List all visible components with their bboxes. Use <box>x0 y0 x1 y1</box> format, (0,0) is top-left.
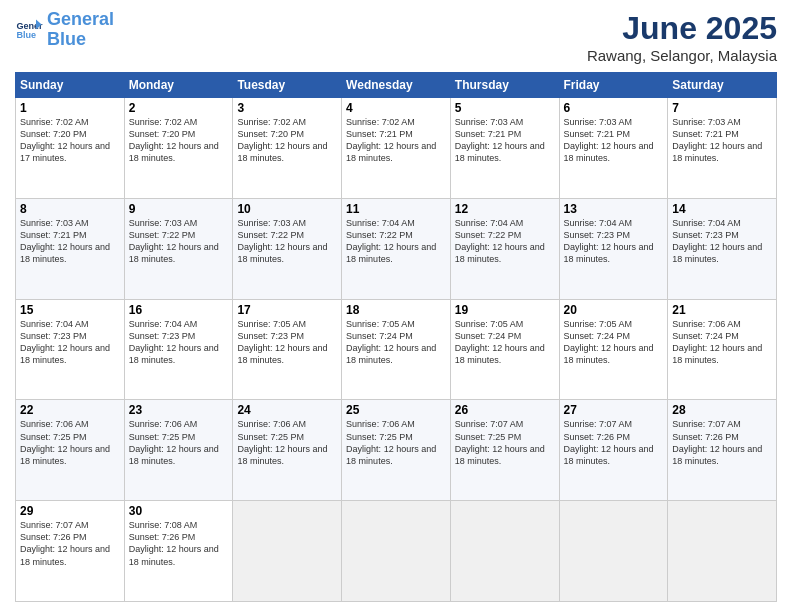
day-number: 27 <box>564 403 664 417</box>
table-row: 10 Sunrise: 7:03 AM Sunset: 7:22 PM Dayl… <box>233 198 342 299</box>
cell-info: Sunrise: 7:03 AM Sunset: 7:21 PM Dayligh… <box>564 116 664 165</box>
col-monday: Monday <box>124 73 233 98</box>
day-number: 28 <box>672 403 772 417</box>
location-title: Rawang, Selangor, Malaysia <box>587 47 777 64</box>
table-row: 25 Sunrise: 7:06 AM Sunset: 7:25 PM Dayl… <box>342 400 451 501</box>
calendar-week-row: 8 Sunrise: 7:03 AM Sunset: 7:21 PM Dayli… <box>16 198 777 299</box>
table-row <box>559 501 668 602</box>
table-row <box>450 501 559 602</box>
svg-text:Blue: Blue <box>16 30 36 40</box>
month-title: June 2025 <box>587 10 777 47</box>
day-number: 21 <box>672 303 772 317</box>
table-row: 4 Sunrise: 7:02 AM Sunset: 7:21 PM Dayli… <box>342 98 451 199</box>
cell-info: Sunrise: 7:02 AM Sunset: 7:20 PM Dayligh… <box>129 116 229 165</box>
logo-text: General Blue <box>47 10 114 50</box>
cell-info: Sunrise: 7:07 AM Sunset: 7:26 PM Dayligh… <box>672 418 772 467</box>
page: General Blue General Blue June 2025 Rawa… <box>0 0 792 612</box>
cell-info: Sunrise: 7:04 AM Sunset: 7:23 PM Dayligh… <box>20 318 120 367</box>
calendar-week-row: 1 Sunrise: 7:02 AM Sunset: 7:20 PM Dayli… <box>16 98 777 199</box>
cell-info: Sunrise: 7:04 AM Sunset: 7:23 PM Dayligh… <box>564 217 664 266</box>
cell-info: Sunrise: 7:03 AM Sunset: 7:21 PM Dayligh… <box>455 116 555 165</box>
table-row: 5 Sunrise: 7:03 AM Sunset: 7:21 PM Dayli… <box>450 98 559 199</box>
logo-general: General <box>47 9 114 29</box>
day-number: 11 <box>346 202 446 216</box>
cell-info: Sunrise: 7:03 AM Sunset: 7:22 PM Dayligh… <box>237 217 337 266</box>
table-row: 2 Sunrise: 7:02 AM Sunset: 7:20 PM Dayli… <box>124 98 233 199</box>
day-number: 24 <box>237 403 337 417</box>
col-thursday: Thursday <box>450 73 559 98</box>
cell-info: Sunrise: 7:05 AM Sunset: 7:24 PM Dayligh… <box>346 318 446 367</box>
cell-info: Sunrise: 7:04 AM Sunset: 7:22 PM Dayligh… <box>346 217 446 266</box>
day-number: 18 <box>346 303 446 317</box>
table-row: 26 Sunrise: 7:07 AM Sunset: 7:25 PM Dayl… <box>450 400 559 501</box>
day-number: 16 <box>129 303 229 317</box>
table-row: 6 Sunrise: 7:03 AM Sunset: 7:21 PM Dayli… <box>559 98 668 199</box>
table-row: 14 Sunrise: 7:04 AM Sunset: 7:23 PM Dayl… <box>668 198 777 299</box>
table-row: 23 Sunrise: 7:06 AM Sunset: 7:25 PM Dayl… <box>124 400 233 501</box>
cell-info: Sunrise: 7:06 AM Sunset: 7:25 PM Dayligh… <box>20 418 120 467</box>
table-row: 9 Sunrise: 7:03 AM Sunset: 7:22 PM Dayli… <box>124 198 233 299</box>
day-number: 4 <box>346 101 446 115</box>
cell-info: Sunrise: 7:07 AM Sunset: 7:26 PM Dayligh… <box>564 418 664 467</box>
table-row: 7 Sunrise: 7:03 AM Sunset: 7:21 PM Dayli… <box>668 98 777 199</box>
cell-info: Sunrise: 7:07 AM Sunset: 7:26 PM Dayligh… <box>20 519 120 568</box>
col-wednesday: Wednesday <box>342 73 451 98</box>
day-number: 25 <box>346 403 446 417</box>
table-row: 17 Sunrise: 7:05 AM Sunset: 7:23 PM Dayl… <box>233 299 342 400</box>
table-row: 16 Sunrise: 7:04 AM Sunset: 7:23 PM Dayl… <box>124 299 233 400</box>
day-number: 2 <box>129 101 229 115</box>
col-sunday: Sunday <box>16 73 125 98</box>
day-number: 19 <box>455 303 555 317</box>
day-number: 12 <box>455 202 555 216</box>
cell-info: Sunrise: 7:04 AM Sunset: 7:23 PM Dayligh… <box>129 318 229 367</box>
cell-info: Sunrise: 7:02 AM Sunset: 7:20 PM Dayligh… <box>237 116 337 165</box>
day-number: 30 <box>129 504 229 518</box>
day-number: 13 <box>564 202 664 216</box>
day-number: 14 <box>672 202 772 216</box>
calendar-week-row: 29 Sunrise: 7:07 AM Sunset: 7:26 PM Dayl… <box>16 501 777 602</box>
table-row: 29 Sunrise: 7:07 AM Sunset: 7:26 PM Dayl… <box>16 501 125 602</box>
table-row: 27 Sunrise: 7:07 AM Sunset: 7:26 PM Dayl… <box>559 400 668 501</box>
table-row: 12 Sunrise: 7:04 AM Sunset: 7:22 PM Dayl… <box>450 198 559 299</box>
table-row: 13 Sunrise: 7:04 AM Sunset: 7:23 PM Dayl… <box>559 198 668 299</box>
logo-area: General Blue General Blue <box>15 10 114 50</box>
table-row: 15 Sunrise: 7:04 AM Sunset: 7:23 PM Dayl… <box>16 299 125 400</box>
title-area: June 2025 Rawang, Selangor, Malaysia <box>587 10 777 64</box>
day-number: 1 <box>20 101 120 115</box>
col-tuesday: Tuesday <box>233 73 342 98</box>
calendar-header-row: Sunday Monday Tuesday Wednesday Thursday… <box>16 73 777 98</box>
cell-info: Sunrise: 7:06 AM Sunset: 7:24 PM Dayligh… <box>672 318 772 367</box>
table-row <box>668 501 777 602</box>
col-saturday: Saturday <box>668 73 777 98</box>
cell-info: Sunrise: 7:02 AM Sunset: 7:20 PM Dayligh… <box>20 116 120 165</box>
day-number: 7 <box>672 101 772 115</box>
logo-blue: Blue <box>47 29 86 49</box>
table-row: 22 Sunrise: 7:06 AM Sunset: 7:25 PM Dayl… <box>16 400 125 501</box>
cell-info: Sunrise: 7:04 AM Sunset: 7:23 PM Dayligh… <box>672 217 772 266</box>
table-row: 3 Sunrise: 7:02 AM Sunset: 7:20 PM Dayli… <box>233 98 342 199</box>
table-row <box>342 501 451 602</box>
cell-info: Sunrise: 7:03 AM Sunset: 7:22 PM Dayligh… <box>129 217 229 266</box>
day-number: 20 <box>564 303 664 317</box>
day-number: 23 <box>129 403 229 417</box>
day-number: 3 <box>237 101 337 115</box>
cell-info: Sunrise: 7:06 AM Sunset: 7:25 PM Dayligh… <box>346 418 446 467</box>
cell-info: Sunrise: 7:04 AM Sunset: 7:22 PM Dayligh… <box>455 217 555 266</box>
day-number: 10 <box>237 202 337 216</box>
calendar-table: Sunday Monday Tuesday Wednesday Thursday… <box>15 72 777 602</box>
cell-info: Sunrise: 7:07 AM Sunset: 7:25 PM Dayligh… <box>455 418 555 467</box>
calendar-week-row: 15 Sunrise: 7:04 AM Sunset: 7:23 PM Dayl… <box>16 299 777 400</box>
cell-info: Sunrise: 7:06 AM Sunset: 7:25 PM Dayligh… <box>129 418 229 467</box>
table-row: 21 Sunrise: 7:06 AM Sunset: 7:24 PM Dayl… <box>668 299 777 400</box>
cell-info: Sunrise: 7:03 AM Sunset: 7:21 PM Dayligh… <box>20 217 120 266</box>
table-row: 19 Sunrise: 7:05 AM Sunset: 7:24 PM Dayl… <box>450 299 559 400</box>
table-row: 11 Sunrise: 7:04 AM Sunset: 7:22 PM Dayl… <box>342 198 451 299</box>
day-number: 9 <box>129 202 229 216</box>
cell-info: Sunrise: 7:05 AM Sunset: 7:23 PM Dayligh… <box>237 318 337 367</box>
day-number: 6 <box>564 101 664 115</box>
table-row: 28 Sunrise: 7:07 AM Sunset: 7:26 PM Dayl… <box>668 400 777 501</box>
day-number: 26 <box>455 403 555 417</box>
table-row: 30 Sunrise: 7:08 AM Sunset: 7:26 PM Dayl… <box>124 501 233 602</box>
cell-info: Sunrise: 7:06 AM Sunset: 7:25 PM Dayligh… <box>237 418 337 467</box>
day-number: 17 <box>237 303 337 317</box>
